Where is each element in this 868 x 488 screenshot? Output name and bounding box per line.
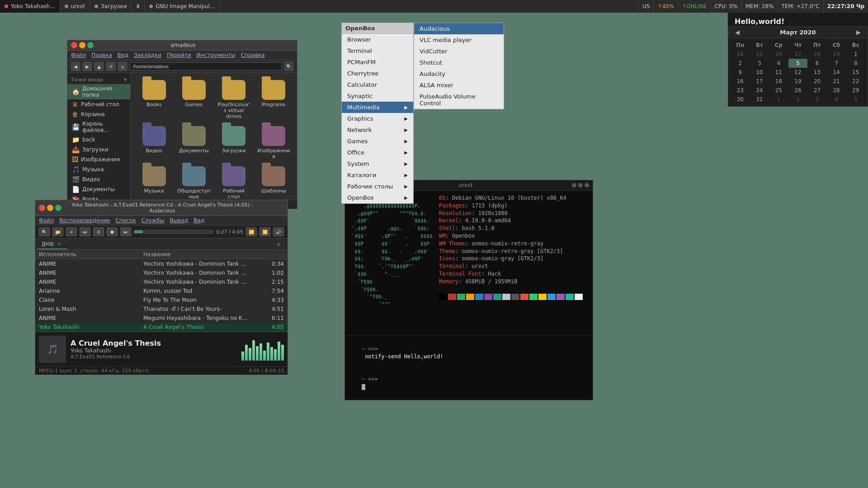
fm-home-btn[interactable]: ⌂ [118, 62, 127, 71]
term-close-btn[interactable] [585, 183, 589, 188]
ob-menu-cherrytree[interactable]: Cherrytree [342, 68, 413, 79]
calendar-next-btn[interactable]: ▶ [854, 29, 863, 36]
aud-open-btn[interactable]: 📂 [52, 227, 63, 236]
sidebar-item-video[interactable]: 🎬 Видео [67, 174, 130, 184]
term-min-btn[interactable] [572, 183, 576, 188]
fm-up-btn[interactable]: ▲ [94, 62, 104, 71]
term-max-btn[interactable] [578, 183, 583, 188]
playlist-row[interactable]: ANIMEMegumi Hayashibara - Tengoku no K..… [35, 314, 288, 323]
folder-item[interactable]: Шаблоны [255, 164, 292, 200]
fm-menu-go[interactable]: Перейти [167, 52, 191, 58]
folder-item[interactable]: Рабочий стол [215, 164, 253, 200]
submenu-vlc[interactable]: VLC media player [414, 34, 504, 46]
ob-menu-openbox[interactable]: OpenBox ▶ [342, 192, 413, 203]
taskbar-item-yoko[interactable]: Yoko Takahash... [0, 0, 60, 13]
aud-stop-btn[interactable]: ⏹ [107, 227, 118, 236]
window-max-btn[interactable] [87, 42, 94, 48]
playlist-row[interactable]: ANIMEYoichiro Yoshikawa - Dominion Tank … [35, 268, 288, 277]
aud-shuffle-btn[interactable]: 🔀 [259, 227, 270, 236]
aud-volume-btn[interactable]: 🔊 [273, 227, 284, 236]
fm-back-btn[interactable]: ◀ [71, 62, 80, 71]
folder-item[interactable]: Музыка [135, 164, 173, 200]
fm-menu-bookmarks[interactable]: Закладки [134, 52, 161, 58]
ob-menu-terminal[interactable]: Terminal [342, 45, 413, 56]
fm-search-btn[interactable]: 🔍 [284, 62, 293, 71]
fm-refresh-btn[interactable]: ↺ [106, 62, 115, 71]
ob-menu-pcmanfm[interactable]: PCManFM [342, 56, 413, 68]
window-min-btn[interactable] [79, 42, 85, 48]
window-close-btn[interactable] [71, 42, 77, 48]
submenu-alsa[interactable]: ALSA mixer [414, 80, 504, 91]
audacious-min-btn[interactable] [47, 205, 53, 211]
sidebar-item-root[interactable]: 💾 Корень файлов... [67, 119, 130, 135]
folder-item[interactable]: Programs [255, 78, 292, 122]
aud-tab-jpop[interactable]: Jpop ✕ [38, 239, 67, 249]
taskbar-pause-btn[interactable]: ⏸ [132, 0, 145, 13]
sidebar-item-music[interactable]: 🎵 Музыка [67, 164, 130, 174]
folder-item[interactable]: Документы [175, 124, 212, 162]
aud-menu-file[interactable]: Файл [39, 217, 54, 224]
terminal-command-area[interactable]: ~ >>> notify-send Hello,world! ~ >>> [345, 335, 593, 400]
aud-progress-bar[interactable] [134, 230, 213, 234]
folder-item[interactable]: Общедоступные [175, 164, 212, 200]
aud-menu-services[interactable]: Службы [142, 217, 165, 224]
playlist-row[interactable]: ArianneKomm, susser Tod7:54 [35, 286, 288, 296]
fm-forward-btn[interactable]: ▶ [83, 62, 92, 71]
playlist-row[interactable]: Yoko TakahashiA Cruel Angel's Thesis4:05 [35, 323, 288, 332]
sidebar-item-desktop[interactable]: 🖥 Рабочий стол [67, 99, 130, 109]
aud-menu-playlist[interactable]: Список [115, 217, 136, 224]
aud-pause-btn[interactable]: ⏸ [93, 227, 104, 236]
folder-item[interactable]: Загрузки [215, 124, 253, 162]
ob-menu-synaptic[interactable]: Synaptic [342, 90, 413, 102]
playlist-row[interactable]: ANIMEYoichiro Yoshikawa - Dominion Tank … [35, 277, 288, 286]
aud-tab-close-btn[interactable]: ✕ [56, 241, 63, 246]
ob-menu-system[interactable]: System ▶ [342, 158, 413, 169]
fm-menu-tools[interactable]: Инструменты [197, 52, 236, 58]
folder-item[interactable]: Видео [135, 124, 173, 162]
sidebar-item-trash[interactable]: 🗑 Корзина [67, 109, 130, 119]
submenu-pulse[interactable]: PulseAudio Volume Control [414, 91, 504, 109]
aud-menu-playback[interactable]: Воспроизведение [59, 217, 110, 224]
audacious-max-btn[interactable] [55, 205, 61, 211]
sidebar-item-back[interactable]: 📁 back [67, 135, 130, 145]
playlist-row[interactable]: Loren & MashThanatos -If I Can't Be Your… [35, 305, 288, 314]
playlist-row[interactable]: ClaireFly Me To The Moon4:33 [35, 296, 288, 305]
sidebar-item-images[interactable]: 🖼 Изображения [67, 155, 130, 164]
ob-menu-graphics[interactable]: Graphics ▶ [342, 113, 413, 124]
ob-menu-network[interactable]: Network ▶ [342, 124, 413, 136]
fm-menu-help[interactable]: Справка [241, 52, 265, 58]
sidebar-item-books[interactable]: 📚 Books [67, 194, 130, 200]
aud-menu-output[interactable]: Вывод [170, 217, 188, 224]
aud-next-btn[interactable]: ⏭ [120, 227, 131, 236]
ob-menu-multimedia[interactable]: Multimedia ▶ [342, 102, 413, 113]
aud-repeat-btn[interactable]: 🔁 [246, 227, 257, 236]
fm-menu-view[interactable]: Вид [118, 52, 128, 58]
sidebar-item-docs[interactable]: 📄 Документы [67, 184, 130, 194]
ob-menu-calculator[interactable]: Calculator [342, 79, 413, 90]
aud-menu-view[interactable]: Вид [193, 217, 204, 224]
ob-menu-workspaces[interactable]: Рабочие столы ▶ [342, 181, 413, 192]
taskbar-item-downloads[interactable]: Загрузки [90, 0, 132, 13]
aud-search-btn[interactable]: 🔍 [39, 227, 50, 236]
sidebar-item-home[interactable]: 🏠 Домашняя папка [67, 84, 130, 99]
taskbar-item-urxvt[interactable]: urxvt [60, 0, 90, 13]
ob-menu-katalogi[interactable]: Каталоги ▶ [342, 169, 413, 181]
submenu-shotcut[interactable]: Shotcut [414, 57, 504, 68]
fm-menu-file[interactable]: Файл [71, 52, 86, 58]
fm-menu-edit[interactable]: Правка [91, 52, 112, 58]
calendar-prev-btn[interactable]: ◀ [733, 29, 742, 36]
ob-menu-browser[interactable]: Browser [342, 34, 413, 45]
submenu-audacious[interactable]: Audacious [414, 23, 504, 34]
aud-add-tab-btn[interactable]: + [272, 240, 285, 249]
ob-menu-games[interactable]: Games ▶ [342, 136, 413, 147]
folder-item[interactable]: Games [175, 78, 212, 122]
aud-add-btn[interactable]: + [66, 227, 77, 236]
ob-menu-office[interactable]: Office ▶ [342, 147, 413, 158]
folder-item[interactable]: Books [135, 78, 173, 122]
fm-address-bar[interactable] [130, 62, 282, 70]
playlist-row[interactable]: ANIMEYoichiro Yoshikawa - Dominion Tank … [35, 259, 288, 268]
folder-item[interactable]: PlayOnLinux's virtual drives [215, 78, 253, 122]
submenu-vidcutter[interactable]: VidCutter [414, 46, 504, 57]
audacious-close-btn[interactable] [39, 205, 45, 211]
submenu-audacity[interactable]: Audacity [414, 68, 504, 80]
